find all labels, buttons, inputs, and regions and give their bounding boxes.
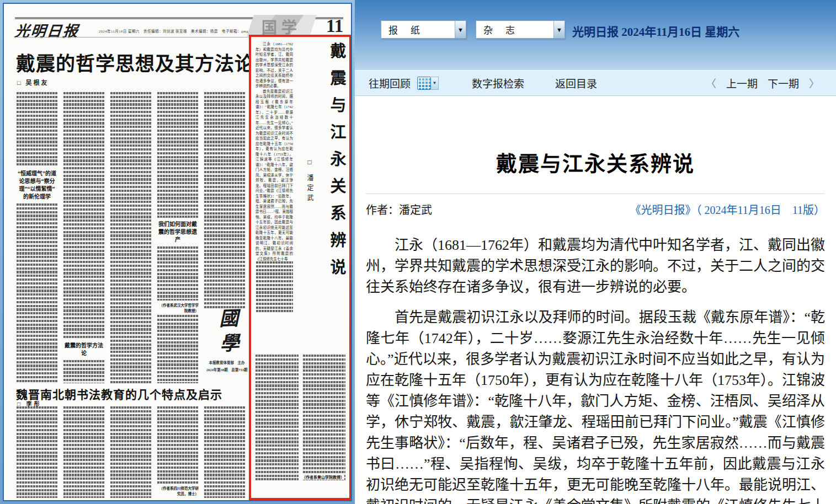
title-divider: [366, 194, 825, 194]
main-article-endnote: （作者系武汉大学哲学学院教授）: [157, 301, 199, 315]
text-column: 戴震的哲学方法论: [63, 92, 105, 383]
bottom-article-columns: （作者系四川师范大学研究员，博士）: [16, 406, 246, 498]
highlight-vertical-author: □ 潘定武: [305, 158, 315, 204]
text-lines: [157, 246, 199, 301]
calendar-dropdown-icon[interactable]: ▼: [431, 77, 439, 90]
text-lines: [16, 92, 58, 167]
issue-date-title: 光明日报 2024年11月16日 星期六: [572, 23, 739, 39]
main-article-subhead-3: 我们如何面对戴震的哲学思想遗产: [157, 218, 199, 246]
article-author: 作者：潘定武: [366, 201, 432, 217]
text-lines: [157, 92, 199, 218]
text-column: [16, 406, 58, 498]
text-lines: [255, 261, 293, 312]
toolbar: 往期回顾 ▼ 数字报检索 返回目录 〈 上一期 下一期 〉: [355, 70, 836, 96]
text-column: [110, 92, 152, 383]
highlight-paragraph: 首先是戴震初识江永以及拜师的时间。据段玉裁《戴东原年谱》：“乾隆七年（1742年…: [255, 89, 293, 262]
newspaper-select-value: 报 纸: [381, 21, 455, 38]
text-lines: [204, 406, 246, 498]
main-article-subhead-1: “恒威理气”的道论思想与“察分理”“以情絜情”的新伦理学: [16, 167, 58, 203]
prev-arrow-icon[interactable]: 〈: [706, 76, 716, 90]
text-lines: [110, 92, 152, 383]
chevron-down-icon[interactable]: ▼: [455, 21, 466, 38]
text-column: “恒威理气”的道论思想与“察分理”“以情絜情”的新伦理学: [16, 92, 58, 383]
text-lines: [63, 92, 105, 339]
article-meta: 作者：潘定武 《光明日报》（ 2024年11月16日 11版）: [366, 201, 825, 217]
back-issues-link[interactable]: 往期回顾: [369, 76, 411, 90]
guoxue-seal-block: 國學 本报教育体育部 主办 2024年第38期 总第733期: [203, 308, 251, 384]
text-lines: [16, 203, 58, 383]
text-lines: [110, 406, 152, 498]
text-lines: [157, 406, 199, 484]
text-column: （作者系四川师范大学研究员，博士）: [157, 406, 199, 498]
newspaper-select[interactable]: 报 纸 ▼: [381, 20, 466, 39]
guoxue-seal: 國學: [216, 308, 237, 358]
next-issue-link[interactable]: 下一期: [768, 76, 799, 90]
back-to-contents-link[interactable]: 返回目录: [555, 76, 597, 90]
article-panel: 报 纸 ▼ 杂 志 ▼ 光明日报 2024年11月16日 星期六 往期回顾 ▼ …: [355, 0, 836, 504]
highlighted-article-box[interactable]: 江永（1681—1762年）和戴震均为清代中叶知名学者，江、戴同出徽州，学界共知…: [249, 35, 352, 500]
article-source: 《光明日报》（ 2024年11月16日 11版）: [630, 201, 825, 217]
digital-search-link[interactable]: 数字报检索: [472, 76, 524, 90]
article-paragraph: 首先是戴震初识江永以及拜师的时间。据段玉裁《戴东原年谱》：“乾隆七年（1742年…: [366, 307, 825, 504]
panel-header: 报 纸 ▼ 杂 志 ▼ 光明日报 2024年11月16日 星期六: [355, 0, 836, 70]
newspaper-page: 光明日报 2024年11月16日 星期六 责任编辑：刘剑波 张亚雄 美术编辑：杨…: [3, 3, 352, 501]
prev-issue-link[interactable]: 上一期: [726, 76, 758, 90]
article-paragraph: 江永（1681—1762年）和戴震均为清代中叶知名学者，江、戴同出徽州，学界共知…: [366, 235, 825, 298]
highlight-paragraph: 江永（1681—1762年）和戴震均为清代中叶知名学者，江、戴同出徽州，学界共知…: [255, 41, 293, 89]
magazine-select-value: 杂 志: [476, 21, 553, 38]
next-arrow-icon[interactable]: 〉: [809, 76, 819, 90]
main-article-headline: 戴震的哲学思想及其方法论: [16, 48, 250, 76]
seal-caption-1: 本报教育体育部 主办: [209, 360, 245, 365]
magazine-select[interactable]: 杂 志 ▼: [476, 20, 565, 39]
calendar-picker[interactable]: ▼: [417, 77, 439, 90]
article-body: 江永（1681—1762年）和戴震均为清代中叶知名学者，江、戴同出徽州，学界共知…: [366, 235, 825, 504]
issue-pager: 〈 上一期 下一期 〉: [706, 76, 836, 90]
chevron-down-icon[interactable]: ▼: [553, 21, 565, 38]
article-title: 戴震与江永关系辨说: [366, 147, 825, 177]
text-column: 我们如何面对戴震的哲学思想遗产 （作者系武汉大学哲学学院教授）: [157, 92, 199, 383]
article-content: 戴震与江永关系辨说 作者：潘定武 《光明日报》（ 2024年11月16日 11版…: [355, 147, 836, 504]
highlight-vertical-title: 戴震与江永关系辨说: [327, 42, 346, 352]
text-lines: [63, 360, 105, 383]
highlight-text-column: 江永（1681—1762年）和戴震均为清代中叶知名学者，江、戴同出徽州，学界共知…: [255, 41, 293, 352]
page-scan-panel[interactable]: 光明日报 2024年11月16日 星期六 责任编辑：刘剑波 张亚雄 美术编辑：杨…: [0, 0, 355, 504]
section-label: 国学: [262, 15, 301, 37]
bottom-article-endnote: （作者系四川师范大学研究员，博士）: [157, 484, 199, 498]
highlight-top: 江永（1681—1762年）和戴震均为清代中叶知名学者，江、戴同出徽州，学界共知…: [251, 37, 349, 352]
text-lines: [63, 406, 105, 498]
text-column: [63, 406, 105, 498]
highlight-bottom: （作者系黄山学院教授）: [251, 352, 349, 482]
bottom-article-headline: 魏晋南北朝书法教育的几个特点及启示: [16, 385, 222, 402]
highlight-endnote: （作者系黄山学院教授）: [300, 474, 344, 480]
text-lines: [157, 315, 199, 383]
main-article-subhead-2: 戴震的哲学方法论: [63, 339, 105, 360]
main-article-author: □ 吴根友: [17, 78, 49, 87]
page-number: 11: [326, 16, 343, 36]
text-lines: [302, 355, 346, 480]
text-lines: [255, 355, 299, 480]
calendar-icon[interactable]: [417, 77, 431, 90]
text-column: [204, 406, 246, 498]
newspaper-logo: 光明日报: [14, 19, 80, 41]
text-column: [110, 406, 152, 498]
text-lines: [16, 406, 58, 498]
newspaper-reader: 光明日报 2024年11月16日 星期六 责任编辑：刘剑波 张亚雄 美术编辑：杨…: [0, 0, 836, 504]
seal-caption-2: 2024年第38期 总第733期: [206, 367, 248, 372]
highlight-mid: □ 潘定武: [293, 41, 327, 352]
